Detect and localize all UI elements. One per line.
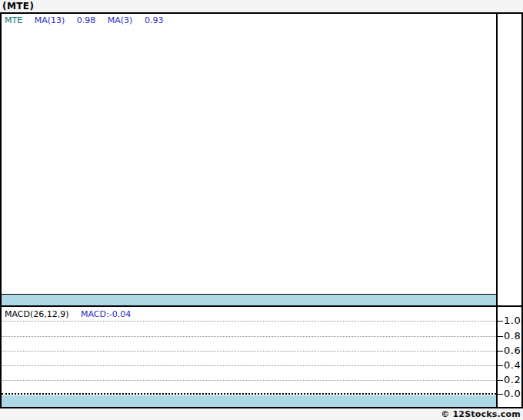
- ma3-value: 0.93: [145, 15, 164, 25]
- y-axis-tick: [498, 380, 503, 381]
- gridline: [2, 336, 496, 337]
- zero-gridline: [2, 393, 496, 395]
- y-axis-tick: [498, 394, 503, 395]
- y-axis-label: 0.0: [504, 388, 522, 400]
- y-axis-label: 0.8: [504, 330, 522, 342]
- chart-title: (MTE): [2, 1, 34, 12]
- price-plot-area[interactable]: [2, 14, 496, 294]
- y-axis-label: 0.2: [504, 374, 522, 386]
- date-axis-band: [2, 295, 496, 305]
- y-axis-tick: [498, 351, 503, 352]
- y-axis-label: 0.4: [504, 359, 522, 372]
- gridline: [2, 321, 496, 322]
- panel-divider: [2, 305, 521, 307]
- macd-plot-area[interactable]: [2, 308, 496, 407]
- ma3-label: MA(3): [108, 15, 133, 25]
- y-axis-tick: [498, 365, 503, 366]
- y-axis-label: 0.6: [504, 345, 522, 357]
- ma13-value: 0.98: [77, 15, 96, 25]
- chart-frame: MTE MA(13) 0.98 MA(3) 0.93 MACD(26,12,9)…: [0, 12, 523, 408]
- y-axis-separator: [496, 14, 498, 407]
- gridline: [2, 365, 496, 366]
- gridline: [2, 351, 496, 352]
- macd-params-label: MACD(26,12,9): [5, 309, 69, 319]
- macd-legend: MACD(26,12,9) MACD:-0.04: [5, 309, 131, 319]
- y-axis-tick: [498, 336, 503, 337]
- y-axis-label: 1.0: [504, 315, 522, 327]
- macd-bottom-band: [2, 395, 496, 407]
- copyright-link[interactable]: © 12Stocks.com: [441, 409, 521, 419]
- gridline: [2, 380, 496, 381]
- price-legend: MTE MA(13) 0.98 MA(3) 0.93: [5, 15, 163, 25]
- ma13-label: MA(13): [35, 15, 65, 25]
- macd-value: MACD:-0.04: [81, 309, 131, 319]
- y-axis-tick: [498, 321, 503, 322]
- symbol-label: MTE: [5, 15, 22, 25]
